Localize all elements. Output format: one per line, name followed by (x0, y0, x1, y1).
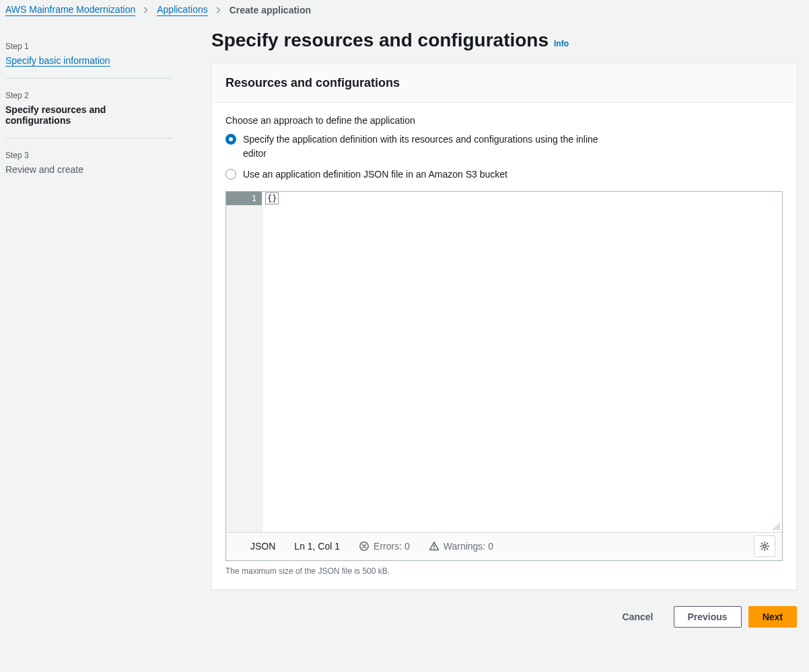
breadcrumb-current: Create application (230, 5, 311, 15)
editor-warnings: Warnings: 0 (429, 541, 493, 552)
wizard-step-title[interactable]: Specify basic information (5, 55, 110, 67)
wizard-step-label: Step 2 (5, 91, 172, 100)
radio-button[interactable] (225, 169, 236, 180)
wizard-step-title: Specify resources and configurations (5, 104, 172, 126)
resources-panel: Resources and configurations Choose an a… (211, 63, 797, 590)
wizard-step-title: Review and create (5, 164, 172, 175)
editor-status-bar: JSON Ln 1, Col 1 Errors: 0 (226, 532, 782, 560)
info-link[interactable]: Info (554, 39, 569, 48)
wizard-step-1[interactable]: Step 1 Specify basic information (5, 39, 172, 78)
radio-button[interactable] (225, 134, 236, 145)
editor-area[interactable]: 1 {} (226, 192, 782, 532)
gear-icon (759, 541, 770, 552)
page-title: Specify resources and configurations (211, 30, 549, 51)
wizard-step-2: Step 2 Specify resources and configurati… (5, 78, 172, 138)
radio-inline-editor[interactable]: Specify the application definition with … (225, 133, 783, 161)
line-number: 1 (226, 192, 262, 205)
wizard-step-label: Step 3 (5, 151, 172, 160)
svg-point-1 (433, 548, 435, 550)
svg-point-2 (763, 545, 766, 548)
radio-s3-bucket[interactable]: Use an application definition JSON file … (225, 167, 783, 182)
next-button[interactable]: Next (748, 606, 797, 628)
wizard-step-3: Step 3 Review and create (5, 138, 172, 187)
json-editor: 1 {} JSON Ln 1, Col 1 (225, 191, 783, 561)
main-content: Specify resources and configurations Inf… (188, 23, 809, 641)
editor-settings-button[interactable] (754, 535, 775, 557)
editor-helper-text: The maximum size of the JSON file is 500… (225, 566, 783, 576)
wizard-actions: Cancel Previous Next (211, 606, 797, 628)
chevron-right-icon (142, 6, 150, 14)
error-icon (359, 541, 370, 552)
breadcrumb-link-root[interactable]: AWS Mainframe Modernization (5, 4, 135, 16)
radio-label: Specify the application definition with … (243, 133, 620, 161)
editor-lang: JSON (250, 541, 275, 552)
previous-button[interactable]: Previous (674, 606, 742, 628)
approach-label: Choose an approach to define the applica… (225, 115, 783, 126)
cancel-button[interactable]: Cancel (609, 606, 667, 628)
panel-title: Resources and configurations (225, 76, 783, 90)
panel-header: Resources and configurations (212, 64, 796, 103)
editor-errors: Errors: 0 (359, 541, 410, 552)
radio-label: Use an application definition JSON file … (243, 167, 507, 182)
wizard-nav: Step 1 Specify basic information Step 2 … (0, 23, 188, 187)
resize-handle-icon[interactable] (773, 523, 781, 531)
breadcrumb-link-applications[interactable]: Applications (157, 4, 208, 16)
approach-radio-group: Specify the application definition with … (225, 133, 783, 182)
breadcrumb: AWS Mainframe Modernization Applications… (0, 0, 809, 23)
editor-position: Ln 1, Col 1 (294, 541, 340, 552)
chevron-right-icon (215, 6, 223, 14)
editor-gutter: 1 (226, 192, 262, 532)
wizard-step-label: Step 1 (5, 42, 172, 51)
warning-icon (429, 541, 439, 552)
editor-code[interactable]: {} (262, 192, 782, 532)
editor-content: {} (265, 192, 279, 204)
